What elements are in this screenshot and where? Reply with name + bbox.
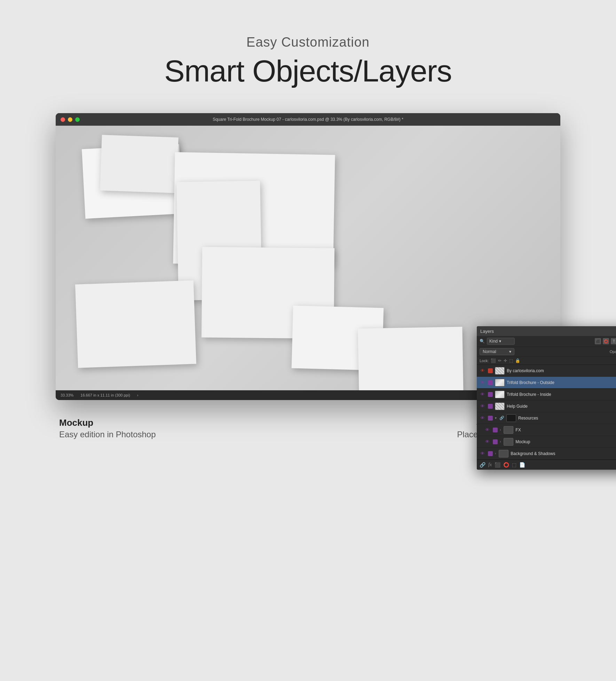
layers-panel-header: Layers « ≡ [477,326,616,336]
link-layers-icon[interactable]: 🔗 [480,462,485,468]
layer-thumb-0 [495,367,505,375]
layer-item-4[interactable]: 👁 ▾ 🔗 Resources [477,412,616,424]
chevron-down-icon: ▾ [499,339,501,344]
layer-color-1 [488,380,493,385]
add-adjustment-icon[interactable]: ⭕ [503,462,509,468]
layer-name-3: Help Guide [507,404,616,409]
layers-panel: Layers « ≡ 🔍 Kind ▾ ⬛ ⭕ T ⬚ 🔒 [477,326,616,470]
layer-name-6: Mockup [515,439,616,444]
search-icon: 🔍 [480,339,485,344]
lock-draw-icon[interactable]: ✏ [498,358,502,363]
fx-icon[interactable]: fx [488,462,492,468]
lock-all-icon[interactable]: 🔒 [515,358,520,363]
layer-name-7: Background & Shadows [511,451,616,456]
layer-thumb-3 [495,402,505,410]
layer-item-5[interactable]: 👁 › FX [477,424,616,436]
layer-color-2 [488,392,493,397]
add-group-icon[interactable]: ⬚ [512,462,516,468]
new-layer-icon[interactable]: 📄 [519,462,525,468]
layer-name-1: Trifold Brochure - Outside [507,380,616,385]
lock-icons: ⬛ ✏ ✛ ⬚ 🔒 [491,358,520,363]
close-button[interactable] [61,117,65,122]
layer-visibility-1[interactable]: 👁 [479,379,486,386]
opacity-row: Opacity: 100% ▾ [610,350,616,354]
page-header: Easy Customization Smart Objects/Layers [164,35,452,89]
ps-arrow: › [137,393,139,397]
layer-name-2: Trifold Brochure - Inside [507,392,616,397]
layer-name-5: FX [515,428,616,432]
layer-item-3[interactable]: 👁 Help Guide [477,400,616,412]
lock-pixels-icon[interactable]: ⬛ [491,358,496,363]
layer-item-6[interactable]: 👁 › Mockup [477,436,616,448]
layer-thumb-2 [495,391,505,398]
blending-mode-dropdown[interactable]: Normal ▾ [480,348,514,355]
layer-visibility-4[interactable]: 👁 [479,415,486,422]
add-mask-icon[interactable]: ⬛ [495,462,500,468]
layer-expand-5[interactable]: › [500,428,501,432]
layer-visibility-7[interactable]: 👁 [479,450,486,457]
label-mockup-title: Mockup [59,417,156,428]
layer-expand-6[interactable]: › [500,440,501,444]
layer-name-4: Resources [518,416,616,421]
ps-container: Square Tri-Fold Brochure Mockup 07 - car… [56,113,560,400]
layer-color-4 [488,416,493,421]
ps-titlebar: Square Tri-Fold Brochure Mockup 07 - car… [56,113,560,126]
layers-lock-row: Lock: ⬛ ✏ ✛ ⬚ 🔒 Fill: 100% ▾ [477,357,616,365]
ps-window-title: Square Tri-Fold Brochure Mockup 07 - car… [213,117,403,122]
paper-sheet-6 [75,280,196,368]
layer-thumb-4 [506,414,516,422]
layers-panel-title: Layers [480,329,494,334]
link-icon: 🔗 [499,416,504,420]
layer-name-0: By carlosviloria.com [507,368,616,373]
layer-thumb-6 [504,438,513,446]
layer-visibility-0[interactable]: 👁 [479,367,486,374]
paper-sheet-8 [358,327,463,390]
layer-filter-icons: ⬛ ⭕ T ⬚ 🔒 ● [595,338,616,344]
layer-color-0 [488,368,493,373]
layer-visibility-2[interactable]: 👁 [479,391,486,398]
layer-item-1[interactable]: 👁 Trifold Brochure - Outside [477,377,616,389]
layer-color-6 [493,439,498,444]
layer-expand-7[interactable]: › [495,452,496,455]
layer-expand-4[interactable]: ▾ [495,416,497,420]
layers-toolbar: 🔗 fx ⬛ ⭕ ⬚ 📄 🗑 [477,460,616,470]
layers-mode-row: Normal ▾ Opacity: 100% ▾ [477,347,616,357]
filter-icon-3[interactable]: T [611,338,616,344]
layer-visibility-6[interactable]: 👁 [484,438,491,445]
layer-thumb-5 [504,426,513,434]
layer-item-2[interactable]: 👁 Trifold Brochure - Inside [477,389,616,400]
label-mockup: Mockup Easy edition in Photoshop [59,417,156,439]
header-title: Smart Objects/Layers [164,53,452,89]
filter-icon-1[interactable]: ⬛ [595,338,601,344]
minimize-button[interactable] [68,117,72,122]
layer-thumb-7 [499,450,508,457]
ps-zoom: 33.33% [61,393,73,397]
main-content: Square Tri-Fold Brochure Mockup 07 - car… [30,113,586,439]
paper-sheet-2 [100,135,178,193]
lock-artboard-icon[interactable]: ⬚ [509,358,513,363]
layer-color-3 [488,404,493,409]
header-subtitle: Easy Customization [164,35,452,50]
layer-item-7[interactable]: 👁 › Background & Shadows [477,448,616,460]
layer-visibility-3[interactable]: 👁 [479,403,486,410]
maximize-button[interactable] [75,117,80,122]
chevron-icon: ▾ [509,349,511,354]
layer-item-0[interactable]: 👁 By carlosviloria.com [477,365,616,377]
kind-dropdown[interactable]: Kind ▾ [487,338,515,345]
layer-visibility-5[interactable]: 👁 [484,426,491,433]
layers-kind-row: 🔍 Kind ▾ ⬛ ⭕ T ⬚ 🔒 ● [477,336,616,347]
layer-color-5 [493,428,498,432]
lock-move-icon[interactable]: ✛ [504,358,507,363]
filter-icon-2[interactable]: ⭕ [603,338,609,344]
label-mockup-desc: Easy edition in Photoshop [59,430,156,439]
layer-color-7 [488,451,493,456]
layer-thumb-1 [495,379,505,386]
ps-dimensions: 16.667 in x 11.11 in (300 ppi) [80,393,130,397]
